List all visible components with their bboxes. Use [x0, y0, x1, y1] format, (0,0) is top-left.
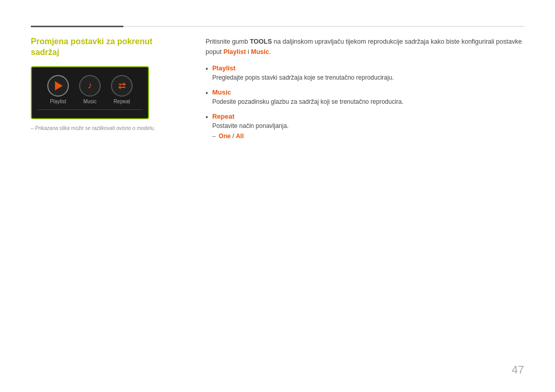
- left-column: Promjena postavki za pokrenut sadržaj Pl…: [31, 36, 175, 146]
- music-label: Music: [83, 99, 97, 104]
- bullet-dot-playlist: •: [206, 64, 208, 74]
- page-container: Promjena postavki za pokrenut sadržaj Pl…: [0, 0, 555, 392]
- repeat-content: Repeat Postavite način ponavljanja. – On…: [212, 113, 524, 140]
- music-link: Music: [251, 48, 269, 55]
- list-item-playlist: • Playlist Pregledajte popis stavki sadr…: [206, 64, 524, 82]
- right-column: Pritisnite gumb TOOLS na daljinskom upra…: [206, 36, 524, 146]
- repeat-sub-item: – One / All: [212, 133, 524, 140]
- music-icon-circle: ♪: [79, 75, 101, 97]
- playlist-icon-circle: [47, 75, 69, 97]
- repeat-arrows-icon: ⇄: [118, 80, 126, 91]
- intro-paragraph: Pritisnite gumb TOOLS na daljinskom upra…: [206, 36, 524, 57]
- separator: /: [232, 133, 236, 140]
- intro-suffix: .: [269, 48, 271, 55]
- media-player-mockup: Playlist ♪ Music ⇄ Repeat: [31, 66, 149, 119]
- top-decorative-lines: [31, 26, 524, 27]
- repeat-desc: Postavite način ponavljanja.: [212, 122, 289, 129]
- one-option: One: [219, 133, 231, 140]
- playlist-label: Playlist: [50, 99, 66, 104]
- top-line-dark: [31, 26, 123, 27]
- page-number: 47: [512, 363, 524, 377]
- intro-connector: i: [246, 48, 251, 55]
- repeat-icon-circle: ⇄: [111, 75, 133, 97]
- music-desc: Podesite pozadinsku glazbu za sadržaj ko…: [212, 98, 403, 105]
- bullet-dot-repeat: •: [206, 113, 208, 123]
- tools-bold: TOOLS: [250, 38, 272, 45]
- sub-option: One / All: [219, 133, 244, 140]
- bullet-dot-music: •: [206, 88, 208, 99]
- music-content: Music Podesite pozadinsku glazbu za sadr…: [212, 88, 524, 106]
- player-divider: [37, 109, 143, 110]
- top-line-light: [123, 26, 524, 27]
- repeat-sub-list: – One / All: [212, 133, 524, 140]
- playlist-content: Playlist Pregledajte popis stavki sadrža…: [212, 64, 524, 82]
- music-note-icon: ♪: [88, 80, 92, 91]
- music-title: Music: [212, 88, 524, 96]
- playlist-desc: Pregledajte popis stavki sadržaja koje s…: [212, 74, 394, 81]
- repeat-label: Repeat: [114, 99, 130, 104]
- intro-prefix: Pritisnite gumb: [206, 38, 250, 45]
- play-triangle-icon: [55, 81, 63, 90]
- playlist-link: Playlist: [224, 48, 246, 55]
- section-title: Promjena postavki za pokrenut sadržaj: [31, 36, 175, 58]
- repeat-title: Repeat: [212, 113, 524, 120]
- repeat-icon-wrap: ⇄ Repeat: [111, 75, 133, 104]
- music-icon-wrap: ♪ Music: [79, 75, 101, 104]
- all-option: All: [236, 133, 244, 140]
- sub-dash: –: [212, 133, 216, 140]
- model-note: – Prikazana slika može se razlikovati ov…: [31, 125, 175, 131]
- list-item-repeat: • Repeat Postavite način ponavljanja. – …: [206, 113, 524, 140]
- player-icons-row: Playlist ♪ Music ⇄ Repeat: [47, 75, 133, 104]
- features-list: • Playlist Pregledajte popis stavki sadr…: [206, 64, 524, 140]
- list-item-music: • Music Podesite pozadinsku glazbu za sa…: [206, 88, 524, 106]
- playlist-title: Playlist: [212, 64, 524, 72]
- playlist-icon-wrap: Playlist: [47, 75, 69, 104]
- main-content: Promjena postavki za pokrenut sadržaj Pl…: [31, 36, 524, 146]
